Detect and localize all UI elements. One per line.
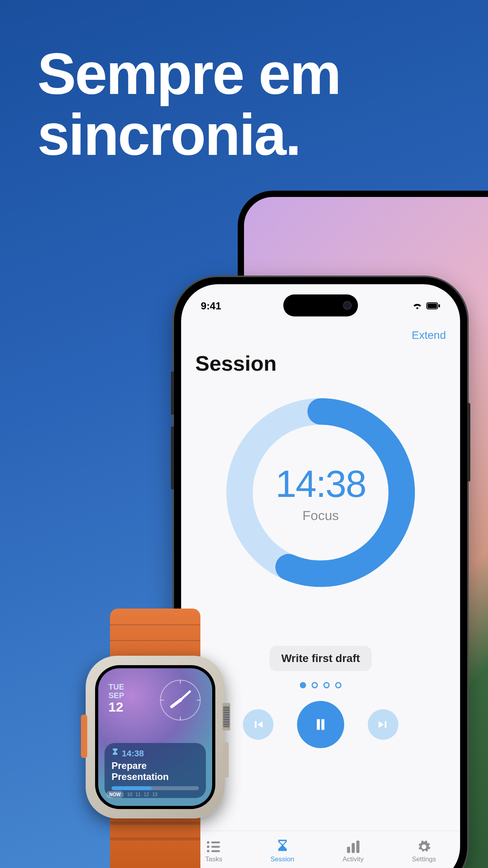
svg-line-19	[180, 691, 190, 700]
watch-band-top	[110, 609, 200, 664]
svg-rect-8	[211, 846, 220, 848]
watch-side-button[interactable]	[223, 742, 229, 778]
tab-settings[interactable]: Settings	[412, 840, 436, 863]
watch-frame: TUE SEP 12	[86, 656, 225, 818]
page-dot[interactable]	[335, 682, 341, 688]
widget-time: 14:38	[122, 748, 144, 759]
timer-value: 14:38	[275, 462, 366, 506]
current-task-chip[interactable]: Write first draft	[270, 646, 372, 671]
watch-screen: TUE SEP 12	[95, 665, 215, 809]
timer-mode-label: Focus	[303, 508, 339, 523]
hour-tick: 10	[127, 792, 132, 797]
page-dot[interactable]	[312, 682, 318, 688]
task-chip-label: Write first draft	[281, 652, 360, 664]
svg-point-21	[179, 699, 182, 702]
phone-volume-button	[171, 427, 174, 489]
tab-session[interactable]: Session	[271, 840, 294, 863]
svg-rect-10	[211, 850, 220, 852]
hour-tick: 12	[144, 792, 149, 797]
tab-bar: Tasks Session Activity	[181, 831, 460, 868]
page-dot[interactable]	[300, 682, 306, 688]
status-time: 9:41	[201, 300, 221, 312]
svg-point-9	[207, 850, 209, 852]
next-button[interactable]	[368, 709, 398, 740]
page-title: Session	[195, 351, 277, 375]
status-bar: 9:41	[181, 296, 460, 316]
pause-button[interactable]	[297, 701, 344, 748]
phone-power-button	[467, 403, 470, 482]
svg-point-7	[207, 845, 209, 848]
tab-label: Tasks	[205, 855, 222, 863]
wifi-icon	[412, 300, 422, 312]
page-dot[interactable]	[323, 682, 330, 688]
bar-chart-icon	[345, 840, 361, 854]
watch-month: SEP	[108, 691, 124, 700]
tab-tasks[interactable]: Tasks	[205, 840, 222, 863]
watch-date-complication[interactable]: TUE SEP 12	[108, 682, 124, 714]
gear-icon	[416, 840, 432, 854]
headline: Sempre em sincronia.	[37, 43, 340, 166]
tab-label: Activity	[343, 855, 364, 863]
svg-rect-12	[352, 843, 355, 853]
hourglass-icon	[274, 840, 291, 854]
svg-rect-13	[356, 840, 360, 853]
hourglass-icon	[112, 748, 119, 759]
svg-rect-6	[211, 841, 220, 843]
headline-text: Sempre em sincronia.	[37, 41, 340, 167]
svg-rect-2	[438, 304, 440, 307]
list-icon	[205, 840, 222, 854]
now-badge: NOW	[106, 791, 124, 798]
timer-ring[interactable]: 14:38 Focus	[226, 398, 415, 587]
extend-button[interactable]: Extend	[412, 329, 446, 342]
analog-clock-icon[interactable]	[159, 679, 202, 722]
hour-tick: 11	[136, 792, 141, 797]
watch-face[interactable]: TUE SEP 12	[98, 668, 212, 806]
digital-crown[interactable]	[222, 703, 230, 730]
action-button[interactable]	[81, 715, 87, 758]
previous-button[interactable]	[243, 709, 273, 740]
promo-canvas: Sempre em sincronia. 9:41 Extend Sessi	[0, 0, 488, 868]
svg-rect-11	[347, 847, 350, 853]
watch-date-number: 12	[108, 700, 124, 714]
tab-label: Settings	[412, 855, 436, 863]
watch-timeline[interactable]: NOW 10 11 12 13	[106, 789, 204, 800]
tab-label: Session	[271, 855, 294, 863]
tab-activity[interactable]: Activity	[343, 840, 364, 863]
widget-task-name: Prepare Presentation	[112, 760, 199, 782]
svg-rect-1	[427, 303, 437, 308]
svg-point-5	[207, 841, 209, 843]
hour-tick: 13	[152, 792, 157, 797]
watch-day: TUE	[108, 682, 124, 691]
phone-mute-switch	[171, 371, 174, 415]
extend-label: Extend	[412, 329, 446, 341]
page-indicator[interactable]	[300, 682, 341, 688]
battery-icon	[426, 300, 440, 312]
